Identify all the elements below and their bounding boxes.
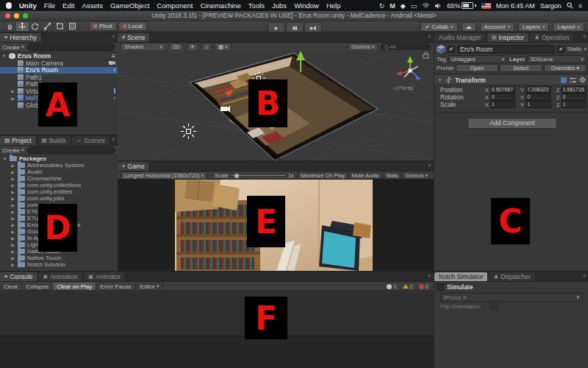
menubar-item-jobs[interactable]: Jobs [272,1,287,10]
menubar-item-edit[interactable]: Edit [62,1,74,10]
menubar-item-file[interactable]: File [44,1,55,10]
display-icon[interactable]: ▭ [411,2,417,10]
tab-inspector[interactable]: ◎Inspector [487,33,530,42]
create-dropdown[interactable]: Create▾ [2,44,24,51]
console-info-count[interactable]: 0 [384,283,398,290]
account-dropdown[interactable]: Account▾ [480,22,514,32]
fold-closed-icon[interactable]: ▶ [10,216,15,221]
tab-builds[interactable]: ▦Builds [37,136,71,145]
minimize-window-button[interactable] [14,13,19,18]
move-tool-button[interactable] [16,22,29,31]
console-warning-count[interactable]: 0 [401,283,415,290]
tab-animation[interactable]: ◉Animation [39,272,83,281]
tab-animator[interactable]: ▣Animator [84,272,126,281]
tab-scenes[interactable]: →Scenes [72,136,110,145]
console-button-editor[interactable]: Editor▾ [136,283,163,291]
tag-dropdown[interactable]: Untagged▾ [448,55,507,63]
simulate-checkbox[interactable]: ✔ [437,283,444,291]
layers-dropdown[interactable]: Layers▾ [518,22,550,32]
menubar-item-gameobject[interactable]: GameObject [110,1,149,10]
transform-scale-z-field[interactable]: 1 [562,101,587,108]
console-button-clear-on-play[interactable]: Clear on Play [53,283,96,291]
prefab-select-button[interactable]: Select [500,64,542,72]
rotate-tool-button[interactable] [29,22,41,31]
console-log-list[interactable] [0,290,434,336]
menubar-app-name[interactable]: Unity [19,1,37,10]
fold-open-icon[interactable]: ▼ [2,157,7,161]
transform-scale-y-field[interactable]: 1 [526,101,551,108]
device-dropdown[interactable]: iPhone X▾ [440,293,583,302]
step-button[interactable]: ▶▮ [304,22,322,32]
static-dropdown-arrow[interactable]: ▾ [584,46,587,52]
fold-closed-icon[interactable]: ▶ [10,222,15,227]
console-detail-pane[interactable] [0,336,434,368]
scale-slider[interactable] [232,175,285,176]
panel-menu-icon[interactable]: ≡ [428,273,431,278]
tab-project[interactable]: ▤Project [0,136,37,145]
scene-options-icon[interactable]: ≡ [112,52,115,60]
transform-foldout-icon[interactable]: ▼ [437,78,442,82]
panel-menu-icon[interactable]: ≡ [583,34,587,39]
tab-scene[interactable]: # Scene [118,33,150,42]
panel-menu-icon[interactable]: ≡ [583,273,587,278]
console-button-error-pause[interactable]: Error Pause [96,283,136,291]
hierarchy-search-input[interactable] [27,43,115,51]
perspective-label[interactable]: ◁ Persp [393,85,413,91]
fold-closed-icon[interactable]: ▶ [10,163,15,168]
battery-indicator[interactable]: 65% [447,2,476,10]
fold-closed-icon[interactable]: ▶ [10,262,15,267]
clock[interactable]: Mon 6:45 AM [496,2,535,10]
hand-tool-button[interactable] [4,22,16,31]
fold-closed-icon[interactable]: ▶ [10,189,15,194]
fold-closed-icon[interactable]: ▶ [10,183,15,188]
local-toggle-button[interactable]: Local [118,21,147,31]
fold-closed-icon[interactable]: ▶ [10,209,15,214]
transform-rotation-x-field[interactable]: 0 [490,93,515,101]
fold-closed-icon[interactable]: ▶ [10,169,15,174]
fold-closed-icon[interactable]: ▶ [10,229,15,234]
gear-icon[interactable] [579,77,586,83]
transform-rotation-y-field[interactable]: 0 [526,93,551,101]
transform-component-header[interactable]: ▼ Transform [434,75,588,85]
rect-tool-button[interactable] [54,22,66,31]
menubar-item-assets[interactable]: Assets [82,1,103,10]
fold-closed-icon[interactable]: ▶ [10,236,15,241]
panel-menu-icon[interactable]: ≡ [112,137,115,142]
sync-icon[interactable]: ↻ [379,2,385,10]
fold-closed-icon[interactable]: ▶ [10,202,15,208]
zoom-window-button[interactable] [23,13,28,18]
fold-closed-icon[interactable]: ▶ [10,242,15,247]
prefab-overrides-button[interactable]: Overrides ▾ [544,64,587,72]
scene-panel-menu-icon[interactable]: ≡ [428,34,431,39]
tab-console[interactable]: ≡Console [0,272,38,281]
layout-dropdown[interactable]: Layout▾ [553,22,584,32]
fold-icon[interactable]: ▶ [10,88,15,93]
us-flag-icon[interactable] [481,3,491,9]
fold-closed-icon[interactable]: ▶ [10,176,15,181]
fold-closed-icon[interactable]: ▶ [10,249,15,254]
project-create-dropdown[interactable]: Create▾ [2,147,24,154]
pivot-toggle-button[interactable]: Pivot [89,21,117,31]
scale-tool-button[interactable] [41,22,54,31]
search-icon[interactable] [567,2,573,9]
prefab-open-button[interactable]: Open [456,64,498,72]
panel-menu-icon[interactable]: ≡ [112,34,115,39]
tab-game[interactable]: ◗ Game [118,162,150,171]
volume-icon[interactable] [435,3,442,9]
transform-tool-button[interactable] [66,22,79,31]
fold-icon[interactable]: ▶ [10,96,15,101]
tab-hierarchy[interactable]: ≡ Hierarchy [0,33,42,42]
tab-operation[interactable]: ♟Operation [530,33,574,42]
add-component-button[interactable]: Add Component [467,118,557,129]
dropbox-icon[interactable]: ◆ [401,2,406,10]
m-app-icon[interactable]: M [390,2,395,10]
static-checkbox[interactable]: ✔ [557,46,564,53]
game-panel-menu-icon[interactable]: ≡ [428,163,431,168]
cloud-button[interactable]: ☁ [462,22,476,32]
fold-open-icon[interactable]: ▼ [1,54,7,58]
menubar-item-help[interactable]: Help [326,1,341,10]
hierarchy-item-path1[interactable]: Path1 [0,74,118,81]
transform-rotation-z-field[interactable]: 0 [562,93,587,101]
menubar-item-window[interactable]: Window [294,1,319,10]
user-menu[interactable]: Sargon [540,2,562,10]
